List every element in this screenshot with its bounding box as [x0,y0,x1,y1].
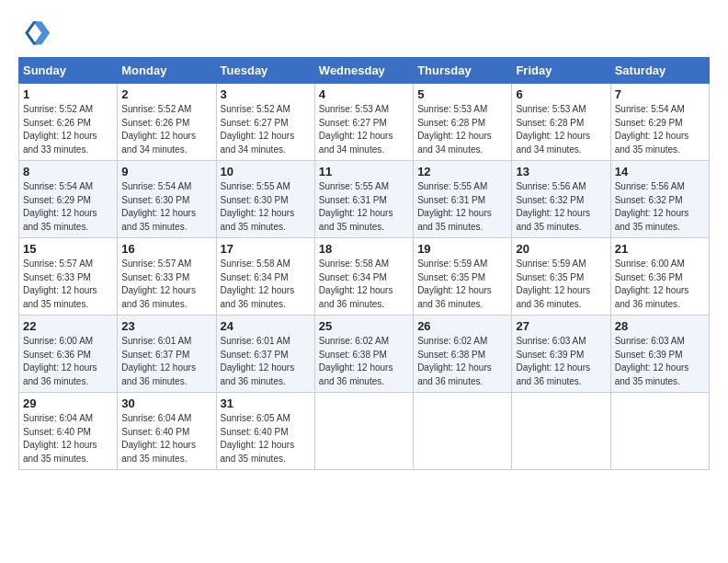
day-info: Sunrise: 5:55 AMSunset: 6:31 PMDaylight:… [417,181,492,232]
day-number: 10 [221,165,311,178]
col-header-saturday: Saturday [610,58,709,84]
day-info: Sunrise: 5:55 AMSunset: 6:30 PMDaylight:… [221,181,295,232]
logo-icon [18,15,51,48]
day-info: Sunrise: 6:00 AMSunset: 6:36 PMDaylight:… [23,336,97,386]
day-number: 5 [417,87,507,101]
calendar-cell: 17Sunrise: 5:58 AMSunset: 6:34 PMDayligh… [216,238,314,316]
day-number: 7 [615,87,705,101]
day-number: 24 [221,319,311,333]
day-number: 29 [23,396,113,410]
day-info: Sunrise: 6:04 AMSunset: 6:40 PMDaylight:… [121,413,196,464]
calendar-cell [414,393,512,470]
day-info: Sunrise: 5:58 AMSunset: 6:34 PMDaylight:… [319,259,393,309]
calendar-cell: 18Sunrise: 5:58 AMSunset: 6:34 PMDayligh… [314,238,413,316]
calendar-week-row: 22Sunrise: 6:00 AMSunset: 6:36 PMDayligh… [19,316,710,393]
header [18,15,710,48]
day-info: Sunrise: 5:53 AMSunset: 6:27 PMDaylight:… [319,104,393,155]
day-info: Sunrise: 5:56 AMSunset: 6:32 PMDaylight:… [615,181,689,232]
day-number: 26 [417,319,507,333]
svg-marker-1 [25,21,37,44]
calendar-cell: 12Sunrise: 5:55 AMSunset: 6:31 PMDayligh… [414,161,512,238]
day-number: 30 [121,396,211,410]
col-header-sunday: Sunday [19,58,118,84]
day-number: 8 [23,165,113,178]
calendar-cell: 25Sunrise: 6:02 AMSunset: 6:38 PMDayligh… [314,316,413,393]
day-number: 12 [417,165,507,178]
col-header-tuesday: Tuesday [216,58,314,84]
calendar-week-row: 8Sunrise: 5:54 AMSunset: 6:29 PMDaylight… [19,161,710,238]
col-header-thursday: Thursday [414,58,512,84]
calendar-cell: 14Sunrise: 5:56 AMSunset: 6:32 PMDayligh… [610,161,709,238]
calendar-cell: 8Sunrise: 5:54 AMSunset: 6:29 PMDaylight… [19,161,118,238]
day-info: Sunrise: 5:57 AMSunset: 6:33 PMDaylight:… [121,259,196,309]
day-info: Sunrise: 6:04 AMSunset: 6:40 PMDaylight:… [23,413,97,464]
day-number: 16 [121,242,211,256]
col-header-monday: Monday [118,58,216,84]
calendar-table: SundayMondayTuesdayWednesdayThursdayFrid… [18,57,710,470]
day-info: Sunrise: 6:00 AMSunset: 6:36 PMDaylight:… [615,259,689,309]
day-info: Sunrise: 6:01 AMSunset: 6:37 PMDaylight:… [221,336,295,386]
calendar-cell: 27Sunrise: 6:03 AMSunset: 6:39 PMDayligh… [512,316,610,393]
day-number: 31 [221,396,311,410]
calendar-cell [314,393,413,470]
day-info: Sunrise: 6:01 AMSunset: 6:37 PMDaylight:… [121,336,196,386]
calendar-cell: 30Sunrise: 6:04 AMSunset: 6:40 PMDayligh… [118,393,216,470]
calendar-cell: 5Sunrise: 5:53 AMSunset: 6:28 PMDaylight… [414,84,512,161]
day-number: 14 [615,165,705,178]
calendar-cell [610,393,709,470]
calendar-cell: 13Sunrise: 5:56 AMSunset: 6:32 PMDayligh… [512,161,610,238]
day-info: Sunrise: 5:55 AMSunset: 6:31 PMDaylight:… [319,181,393,232]
calendar-week-row: 1Sunrise: 5:52 AMSunset: 6:26 PMDaylight… [19,84,710,161]
day-info: Sunrise: 5:57 AMSunset: 6:33 PMDaylight:… [23,259,97,309]
day-info: Sunrise: 5:54 AMSunset: 6:30 PMDaylight:… [121,181,196,232]
day-number: 28 [615,319,705,333]
calendar-cell: 7Sunrise: 5:54 AMSunset: 6:29 PMDaylight… [610,84,709,161]
day-number: 23 [121,319,211,333]
day-number: 21 [615,242,705,256]
page: SundayMondayTuesdayWednesdayThursdayFrid… [0,0,728,563]
day-info: Sunrise: 5:59 AMSunset: 6:35 PMDaylight:… [516,259,590,309]
day-number: 3 [221,87,311,101]
calendar-cell: 23Sunrise: 6:01 AMSunset: 6:37 PMDayligh… [118,316,216,393]
calendar-cell: 29Sunrise: 6:04 AMSunset: 6:40 PMDayligh… [19,393,118,470]
calendar-cell: 15Sunrise: 5:57 AMSunset: 6:33 PMDayligh… [19,238,118,316]
calendar-cell: 31Sunrise: 6:05 AMSunset: 6:40 PMDayligh… [216,393,314,470]
calendar-cell: 21Sunrise: 6:00 AMSunset: 6:36 PMDayligh… [610,238,709,316]
calendar-cell: 3Sunrise: 5:52 AMSunset: 6:27 PMDaylight… [216,84,314,161]
calendar-header-row: SundayMondayTuesdayWednesdayThursdayFrid… [19,58,710,84]
day-number: 27 [516,319,606,333]
day-info: Sunrise: 5:54 AMSunset: 6:29 PMDaylight:… [615,104,689,155]
logo [18,15,55,48]
calendar-cell: 22Sunrise: 6:00 AMSunset: 6:36 PMDayligh… [19,316,118,393]
calendar-cell: 4Sunrise: 5:53 AMSunset: 6:27 PMDaylight… [314,84,413,161]
svg-marker-0 [33,21,50,44]
day-number: 11 [319,165,409,178]
day-info: Sunrise: 5:52 AMSunset: 6:27 PMDaylight:… [221,104,295,155]
day-info: Sunrise: 5:53 AMSunset: 6:28 PMDaylight:… [516,104,590,155]
day-info: Sunrise: 5:54 AMSunset: 6:29 PMDaylight:… [23,181,97,232]
calendar-cell: 16Sunrise: 5:57 AMSunset: 6:33 PMDayligh… [118,238,216,316]
calendar-cell: 24Sunrise: 6:01 AMSunset: 6:37 PMDayligh… [216,316,314,393]
calendar-cell: 19Sunrise: 5:59 AMSunset: 6:35 PMDayligh… [414,238,512,316]
calendar-cell: 2Sunrise: 5:52 AMSunset: 6:26 PMDaylight… [118,84,216,161]
day-number: 18 [319,242,409,256]
day-number: 25 [319,319,409,333]
day-number: 9 [121,165,211,178]
calendar-week-row: 29Sunrise: 6:04 AMSunset: 6:40 PMDayligh… [19,393,710,470]
col-header-wednesday: Wednesday [314,58,413,84]
day-number: 17 [221,242,311,256]
day-number: 15 [23,242,113,256]
day-number: 19 [417,242,507,256]
day-number: 2 [121,87,211,101]
day-number: 6 [516,87,606,101]
day-number: 1 [23,87,113,101]
day-info: Sunrise: 6:02 AMSunset: 6:38 PMDaylight:… [417,336,492,386]
day-info: Sunrise: 5:53 AMSunset: 6:28 PMDaylight:… [417,104,492,155]
day-info: Sunrise: 6:05 AMSunset: 6:40 PMDaylight:… [221,413,295,464]
day-info: Sunrise: 6:03 AMSunset: 6:39 PMDaylight:… [516,336,590,386]
day-number: 20 [516,242,606,256]
day-info: Sunrise: 5:56 AMSunset: 6:32 PMDaylight:… [516,181,590,232]
calendar-week-row: 15Sunrise: 5:57 AMSunset: 6:33 PMDayligh… [19,238,710,316]
day-info: Sunrise: 6:02 AMSunset: 6:38 PMDaylight:… [319,336,393,386]
calendar-cell: 10Sunrise: 5:55 AMSunset: 6:30 PMDayligh… [216,161,314,238]
